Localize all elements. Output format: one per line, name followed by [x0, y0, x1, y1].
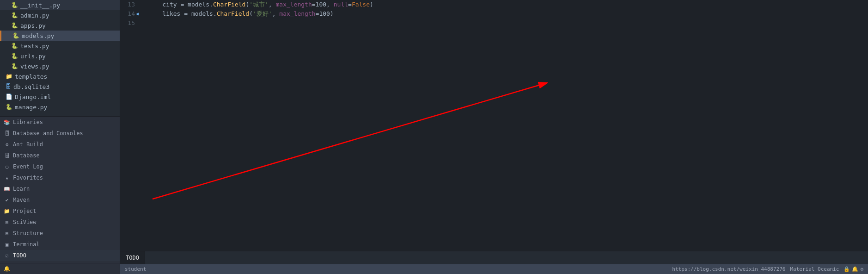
file-models-py[interactable]: 🐍 models.py	[0, 31, 120, 41]
tool-label: Favorites	[13, 174, 43, 181]
tool-window-bar: 📚 Libraries 🗄 Database and Consoles ⚙ An…	[0, 116, 120, 274]
code-line-14: likes = models.CharField('爱好', max_lengt…	[148, 9, 868, 19]
tool-learn[interactable]: 📖 Learn	[0, 183, 120, 194]
tool-todo[interactable]: ☑ TODO	[0, 250, 120, 261]
py-icon: 🐍	[11, 22, 18, 29]
tool-database[interactable]: 🗄 Database	[0, 150, 120, 161]
tab-todo[interactable]: TODO	[120, 251, 145, 264]
tool-label: Event Log	[13, 163, 43, 170]
file-urls-py[interactable]: 🐍 urls.py	[0, 51, 120, 61]
bookmark-icon: ◀	[121, 9, 139, 19]
file-tree: 🐍 __init__.py 🐍 admin.py 🐍 apps.py 🐍 mod…	[0, 0, 120, 116]
tool-label: SciView	[13, 219, 37, 225]
tool-database-consoles[interactable]: 🗄 Database and Consoles	[0, 128, 120, 139]
tool-label: TODO	[13, 252, 26, 259]
code-line-15	[148, 19, 868, 28]
file-tests-py[interactable]: 🐍 tests.py	[0, 41, 120, 51]
tool-label: Libraries	[13, 119, 43, 125]
sidebar: 🐍 __init__.py 🐍 admin.py 🐍 apps.py 🐍 mod…	[0, 0, 120, 274]
database-icon: 🗄	[4, 131, 10, 137]
py-icon: 🐍	[11, 53, 18, 59]
tool-label: Terminal	[13, 241, 40, 248]
maven-icon: ✔	[4, 197, 10, 203]
tray-icon-3: ⚙	[860, 266, 863, 272]
status-theme: Material Oceanic	[790, 266, 839, 272]
file-admin-py[interactable]: 🐍 admin.py	[0, 10, 120, 20]
tool-maven[interactable]: ✔ Maven	[0, 194, 120, 206]
line-numbers: 13 14 ◀ 15	[120, 0, 143, 251]
folder-name: templates	[15, 73, 47, 80]
file-name: views.py	[20, 63, 49, 70]
tool-label: Database	[13, 152, 40, 159]
tool-event-log[interactable]: ○ Event Log	[0, 161, 120, 172]
tool-structure[interactable]: ⊞ Structure	[0, 228, 120, 239]
tool-label: Project	[13, 208, 37, 214]
tray-icons: 🔒 🔔 ⚙	[844, 266, 863, 272]
tool-favorites[interactable]: ★ Favorites	[0, 172, 120, 183]
status-bar: student https://blog.csdn.net/weixin_448…	[120, 264, 868, 274]
folder-templates[interactable]: 📁 templates	[0, 71, 120, 81]
tool-libraries[interactable]: 📚 Libraries	[0, 117, 120, 128]
tool-label: Structure	[13, 230, 43, 237]
file-name: __init__.py	[20, 2, 60, 9]
libraries-icon: 📚	[4, 119, 10, 125]
tool-label: Learn	[13, 186, 30, 192]
file-name: manage.py	[15, 104, 47, 111]
file-name: Django.iml	[15, 93, 51, 100]
status-right: https://blog.csdn.net/weixin_44887276 Ma…	[672, 266, 863, 272]
status-left: student	[125, 266, 146, 272]
database-icon2: 🗄	[4, 153, 10, 159]
file-apps-py[interactable]: 🐍 apps.py	[0, 20, 120, 31]
event-log-icon: ○	[4, 164, 10, 170]
file-name: admin.py	[20, 12, 49, 19]
file-manage-py[interactable]: 🐍 manage.py	[0, 102, 120, 112]
tray-icon-1: 🔒	[844, 266, 850, 272]
tool-terminal[interactable]: ▣ Terminal	[0, 239, 120, 250]
iml-icon: 📄	[6, 93, 12, 100]
db-icon: 🗄	[6, 83, 11, 90]
file-views-py[interactable]: 🐍 views.py	[0, 61, 120, 71]
tool-notifications[interactable]: 🔔	[0, 263, 120, 274]
status-url: https://blog.csdn.net/weixin_44887276	[672, 266, 785, 272]
tray-icon-2: 🔔	[852, 266, 858, 272]
bottom-tabs: TODO	[120, 251, 868, 264]
ant-icon: ⚙	[4, 142, 10, 148]
file-name: db.sqlite3	[13, 83, 49, 90]
learn-icon: 📖	[4, 186, 10, 192]
tool-label: Database and Consoles	[13, 130, 83, 137]
structure-icon: ⊞	[4, 230, 10, 237]
py-icon: 🐍	[11, 2, 18, 8]
tool-label: Maven	[13, 197, 30, 203]
code-area[interactable]: city = models.CharField('城市', max_length…	[143, 0, 868, 251]
file-name: tests.py	[20, 43, 49, 50]
line-num-14: 14 ◀	[120, 9, 139, 19]
file-name: models.py	[22, 32, 54, 39]
py-icon: 🐍	[12, 32, 19, 39]
py-icon: 🐍	[11, 63, 18, 69]
notifications-icon: 🔔	[4, 266, 10, 272]
code-line-13: city = models.CharField('城市', max_length…	[148, 0, 868, 9]
tool-label: Ant Build	[13, 141, 43, 148]
sciview-icon: ⊞	[4, 219, 10, 225]
file-db-sqlite3[interactable]: 🗄 db.sqlite3	[0, 81, 120, 92]
py-icon: 🐍	[11, 43, 18, 49]
editor-wrapper: 13 14 ◀ 15 city = models.CharField('城市',…	[120, 0, 868, 274]
folder-icon: 📁	[6, 73, 12, 80]
file-init-py[interactable]: 🐍 __init__.py	[0, 0, 120, 10]
editor-content: 13 14 ◀ 15 city = models.CharField('城市',…	[120, 0, 868, 251]
tool-project[interactable]: 📁 Project	[0, 206, 120, 217]
todo-icon: ☑	[4, 253, 10, 259]
tool-ant-build[interactable]: ⚙ Ant Build	[0, 139, 120, 150]
file-name: apps.py	[20, 22, 46, 29]
tab-todo-label: TODO	[126, 255, 139, 261]
line-num-13: 13	[120, 0, 139, 9]
py-icon: 🐍	[11, 12, 18, 19]
py-icon: 🐍	[6, 104, 12, 110]
project-icon: 📁	[4, 208, 10, 214]
status-filename: student	[125, 266, 146, 272]
favorites-icon: ★	[4, 175, 10, 181]
tool-sciview[interactable]: ⊞ SciView	[0, 217, 120, 228]
file-name: urls.py	[20, 53, 46, 60]
file-django-iml[interactable]: 📄 Django.iml	[0, 92, 120, 102]
terminal-icon: ▣	[4, 242, 10, 248]
